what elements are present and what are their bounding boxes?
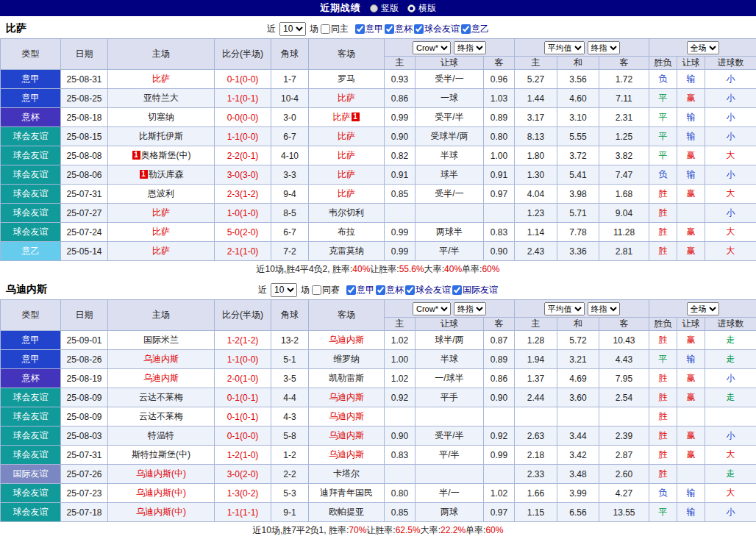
league-checkbox[interactable]: 意杯 [385, 23, 413, 35]
handicap-result-cell: 输 [677, 484, 705, 503]
league-checkbox-input[interactable] [414, 24, 424, 34]
same-venue-checkbox[interactable]: 同主 [321, 23, 349, 35]
sub-header-cell: 主 [515, 318, 557, 331]
odds-company-select[interactable]: Crow* [413, 302, 451, 315]
league-checkbox-input[interactable] [355, 24, 365, 34]
away-odds-cell: 0.90 [484, 242, 515, 261]
match-type-cell: 球会友谊 [1, 223, 61, 242]
corner-cell: 5-3 [271, 484, 309, 503]
avg-stage-select[interactable]: 终指 [588, 302, 620, 315]
home-team-name: 比萨 [152, 246, 170, 256]
corner-cell: 8-5 [271, 204, 309, 223]
corner-cell: 3-3 [271, 165, 309, 185]
result-cell: 负 [649, 70, 677, 89]
home-team-name: 国际米兰 [143, 335, 179, 345]
odds-stage-select[interactable]: 终指 [454, 41, 486, 54]
away-odds-cell: 0.92 [484, 426, 515, 446]
result-cell: 胜 [649, 369, 677, 388]
match-row: 国际友谊25-07-26乌迪内斯(中)3-0(2-0)2-2卡塔尔2.333.4… [1, 465, 756, 484]
league-checkbox-group: 意甲意杯球会友谊意乙 [355, 23, 489, 35]
avg-away-cell: 2.87 [599, 446, 649, 465]
league-checkbox[interactable]: 球会友谊 [405, 284, 451, 296]
goals-cell: 大 [705, 185, 756, 204]
away-team-cell: 维罗纳 [309, 350, 385, 369]
red-card-badge: 1 [132, 151, 140, 160]
team-section: 乌迪内斯 近 10 场 同赛 意甲意杯球会友谊国际友谊 [0, 280, 756, 538]
league-checkbox-input[interactable] [346, 285, 356, 295]
league-checkbox-input[interactable] [376, 285, 385, 295]
league-label: 意甲 [357, 284, 374, 296]
score-cell: 1-0(1-0) [215, 204, 271, 223]
goals-cell: 小 [705, 165, 756, 185]
home-team-name: 恩波利 [148, 188, 174, 199]
league-checkbox[interactable]: 意甲 [355, 23, 383, 35]
scope-select[interactable]: 全场 [687, 41, 719, 54]
league-checkbox[interactable]: 球会友谊 [414, 23, 460, 35]
avg-draw-cell [557, 407, 599, 426]
league-checkbox[interactable]: 意甲 [346, 284, 374, 296]
league-checkbox-input[interactable] [405, 285, 415, 295]
scope-select[interactable]: 全场 [687, 302, 719, 315]
league-checkbox-input[interactable] [452, 285, 462, 295]
home-team-cell: 比萨 [108, 242, 215, 261]
league-checkbox[interactable]: 意杯 [376, 284, 404, 296]
avg-draw-cell: 3.36 [557, 242, 599, 261]
away-team-name: 凯勒雷斯 [329, 373, 364, 383]
league-label: 球会友谊 [416, 284, 451, 296]
sub-header-cell: 胜负 [649, 318, 677, 331]
match-row: 球会友谊25-07-31斯特拉斯堡(中)1-2(1-0)1-2乌迪内斯0.83平… [1, 446, 756, 465]
league-checkbox[interactable]: 国际友谊 [452, 284, 498, 296]
away-team-cell: 克雷莫纳 [309, 242, 385, 261]
handicap-result-cell: 赢 [677, 223, 705, 242]
top-bar: 近期战绩 竖版 横版 [0, 0, 756, 16]
score-cell: 1-1(0-0) [215, 350, 271, 369]
match-type-cell: 球会友谊 [1, 185, 61, 204]
league-checkbox[interactable]: 意乙 [461, 23, 489, 35]
red-card-badge: 1 [352, 113, 360, 121]
avg-company-select[interactable]: 平均值 [544, 302, 585, 315]
summary-value: 60% [482, 264, 499, 274]
result-cell: 胜 [649, 426, 677, 446]
same-venue-checkbox-input[interactable] [321, 24, 330, 34]
avg-draw-cell: 6.56 [557, 503, 599, 522]
corner-cell: 3-0 [271, 108, 309, 127]
match-row: 球会友谊25-08-09云达不莱梅0-1(0-1)4-4乌迪内斯0.92平手0.… [1, 388, 756, 407]
avg-company-select[interactable]: 平均值 [544, 41, 585, 54]
summary-text: 单率: [462, 263, 482, 276]
league-checkbox-input[interactable] [461, 24, 471, 34]
handicap-result-cell [677, 465, 705, 484]
score-cell: 0-1(0-1) [215, 388, 271, 407]
avg-stage-select[interactable]: 终指 [588, 41, 620, 54]
score-cell: 0-1(0-0) [215, 70, 271, 89]
goals-cell: 大 [705, 242, 756, 261]
same-venue-checkbox-input[interactable] [312, 285, 321, 295]
league-label: 国际友谊 [463, 284, 498, 296]
league-checkbox-input[interactable] [385, 24, 394, 34]
corner-cell: 1-7 [271, 70, 309, 89]
match-count-select[interactable]: 10 [279, 22, 306, 36]
avg-home-cell: 1.37 [515, 369, 557, 388]
handicap-result-cell: 赢 [677, 242, 705, 261]
layout-radio-horizontal[interactable]: 横版 [407, 2, 436, 15]
col-header-away: 客场 [309, 39, 385, 70]
home-team-cell: 特温特 [108, 426, 215, 446]
home-team-cell: 乌迪内斯(中) [108, 484, 215, 503]
same-venue-checkbox[interactable]: 同赛 [312, 284, 340, 296]
date-cell: 25-07-24 [61, 223, 108, 242]
match-row: 球会友谊25-07-18乌迪内斯(中)1-1(1-1)9-1欧帕提亚0.85两球… [1, 503, 756, 522]
match-type-cell: 球会友谊 [1, 146, 61, 165]
match-type-cell: 球会友谊 [1, 426, 61, 446]
match-count-select[interactable]: 10 [271, 283, 297, 297]
avg-home-cell: 2.18 [515, 446, 557, 465]
odds-company-select[interactable]: Crow* [413, 41, 451, 54]
odds-stage-select[interactable]: 终指 [454, 302, 486, 315]
home-odds-cell: 0.85 [385, 185, 416, 204]
home-team-cell: 亚特兰大 [108, 89, 215, 108]
handicap-cell [416, 407, 484, 426]
layout-radio-vertical[interactable]: 竖版 [370, 2, 399, 15]
match-row: 球会友谊25-07-31恩波利2-3(1-2)9-4比萨0.85受半/一0.97… [1, 185, 756, 204]
home-team-name: 云达不莱梅 [139, 411, 183, 421]
score-cell: 1-3(0-2) [215, 484, 271, 503]
summary-value: 60% [485, 525, 503, 535]
corner-cell: 6-7 [271, 223, 309, 242]
